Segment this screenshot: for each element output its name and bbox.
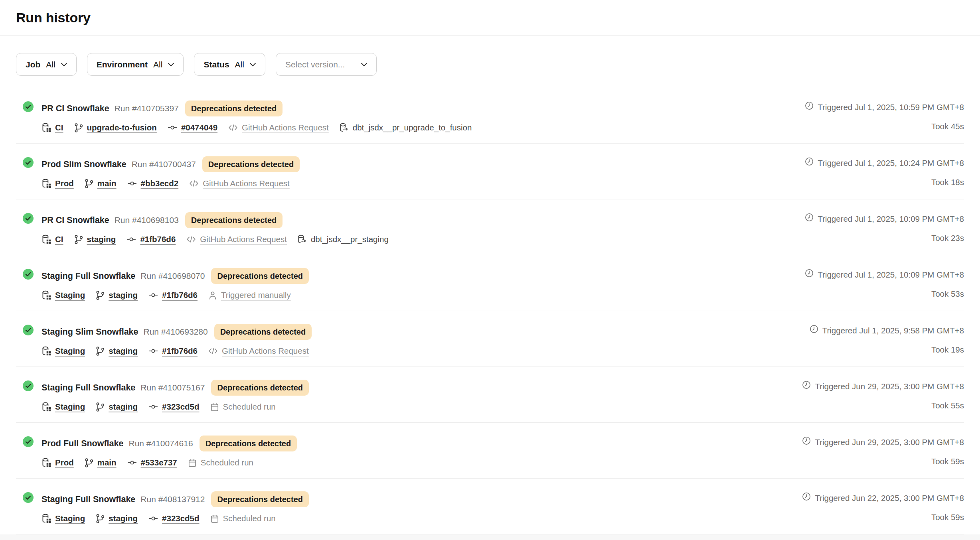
version-select[interactable]: Select version... [276, 53, 377, 76]
triggered-at-text: Triggered Jun 29, 2025, 3:00 PM GMT+8 [815, 437, 964, 448]
clock-icon [802, 380, 811, 392]
trigger-item: GitHub Actions Request [228, 123, 329, 132]
environment-link[interactable]: Staging [55, 346, 85, 356]
run-title-line: Staging Full Snowflake Run #410698070 De… [41, 268, 309, 284]
run-row[interactable]: Prod Slim Snowflake Run #410700437 Depre… [16, 144, 964, 199]
schema-database-icon [339, 122, 349, 133]
run-row[interactable]: PR CI Snowflake Run #410698103 Deprecati… [16, 199, 964, 255]
commit-link[interactable]: #bb3ecd2 [141, 179, 179, 188]
run-name[interactable]: Prod Full Snowflake [41, 438, 123, 449]
run-name[interactable]: Staging Full Snowflake [41, 493, 135, 505]
success-check-icon [23, 380, 34, 391]
branch-link[interactable]: staging [109, 402, 138, 412]
triggered-at-text: Triggered Jul 1, 2025, 9:58 PM GMT+8 [822, 325, 964, 336]
deprecations-badge: Deprecations detected [200, 436, 297, 451]
run-number: Run #410698070 [140, 270, 205, 282]
branch-link[interactable]: upgrade-to-fusion [87, 123, 157, 132]
status-filter-button[interactable]: Status All [194, 53, 265, 76]
commit-link[interactable]: #323cd5d [162, 402, 199, 412]
run-name[interactable]: Staging Slim Snowflake [41, 326, 138, 338]
run-row[interactable]: Staging Full Snowflake Run #410698070 De… [16, 255, 964, 311]
branch-link[interactable]: main [97, 458, 117, 467]
trigger-label[interactable]: GitHub Actions Request [203, 179, 290, 188]
environment-link[interactable]: Prod [55, 458, 74, 467]
git-commit-icon [127, 179, 137, 188]
took-duration: Took 59s [931, 512, 964, 522]
took-duration: Took 45s [931, 122, 964, 131]
commit-link[interactable]: #323cd5d [162, 514, 199, 523]
triggered-at: Triggered Jun 29, 2025, 3:00 PM GMT+8 [802, 436, 964, 448]
trigger-label[interactable]: GitHub Actions Request [200, 235, 287, 244]
branch-link[interactable]: staging [109, 290, 138, 300]
environment-icon [41, 290, 51, 300]
git-commit-icon [127, 458, 137, 467]
run-meta-line: Staging staging [41, 513, 309, 524]
triggered-at: Triggered Jul 1, 2025, 9:58 PM GMT+8 [809, 324, 964, 337]
run-number: Run #410698103 [115, 214, 179, 226]
environment-link[interactable]: Staging [55, 290, 85, 300]
run-row[interactable]: Staging Full Snowflake Run #410075167 De… [16, 367, 964, 423]
header-divider [0, 35, 980, 35]
environment-item: Staging [41, 402, 85, 412]
trigger-item: Scheduled run [210, 402, 276, 412]
code-icon [186, 235, 196, 244]
git-branch-icon [95, 346, 105, 356]
person-icon [208, 290, 217, 300]
run-row[interactable]: Staging Slim Snowflake Run #410693280 De… [16, 311, 964, 367]
trigger-label[interactable]: Triggered manually [221, 290, 291, 300]
git-commit-icon [148, 290, 158, 300]
run-name[interactable]: PR CI Snowflake [41, 214, 109, 226]
trigger-item: GitHub Actions Request [208, 346, 309, 356]
took-duration: Took 53s [931, 289, 964, 299]
run-meta-line: Staging staging [41, 402, 309, 412]
run-name[interactable]: Prod Slim Snowflake [41, 158, 126, 170]
triggered-at: Triggered Jul 1, 2025, 10:24 PM GMT+8 [804, 157, 964, 169]
trigger-item: Scheduled run [210, 514, 276, 524]
commit-link[interactable]: #533e737 [141, 458, 177, 467]
trigger-label[interactable]: GitHub Actions Request [242, 123, 329, 132]
environment-link[interactable]: CI [55, 123, 63, 132]
commit-link[interactable]: #1fb76d6 [140, 235, 176, 244]
branch-item: staging [95, 346, 138, 356]
triggered-at: Triggered Jul 1, 2025, 10:09 PM GMT+8 [804, 268, 964, 281]
chevron-down-icon [168, 63, 174, 67]
branch-link[interactable]: staging [87, 235, 116, 244]
environment-link[interactable]: Staging [55, 402, 85, 412]
triggered-at: Triggered Jul 1, 2025, 10:09 PM GMT+8 [804, 213, 964, 225]
run-title-line: Staging Full Snowflake Run #410075167 De… [41, 380, 309, 396]
run-row[interactable]: Prod Full Snowflake Run #410074616 Depre… [16, 423, 964, 479]
environment-filter-button[interactable]: Environment All [87, 53, 184, 76]
run-name[interactable]: Staging Full Snowflake [41, 270, 135, 282]
run-row-left: Staging Full Snowflake Run #410075167 De… [23, 380, 309, 422]
environment-link[interactable]: CI [55, 235, 63, 244]
run-row-left: Prod Slim Snowflake Run #410700437 Depre… [23, 156, 300, 199]
commit-item: #bb3ecd2 [127, 179, 179, 188]
job-filter-button[interactable]: Job All [16, 53, 77, 76]
commit-link[interactable]: #1fb76d6 [162, 346, 198, 356]
environment-icon [41, 178, 51, 189]
schema-label: dbt_jsdx__pr_upgrade_to_fusion [353, 123, 472, 132]
branch-link[interactable]: staging [109, 514, 138, 523]
clock-icon [809, 324, 819, 337]
took-duration: Took 18s [931, 177, 964, 187]
branch-link[interactable]: staging [109, 346, 138, 356]
status-filter-value: All [235, 60, 244, 69]
environment-filter-value: All [153, 60, 162, 69]
run-row[interactable]: PR CI Snowflake Run #410705397 Deprecati… [16, 88, 964, 144]
status-filter-label: Status [204, 60, 229, 69]
commit-link[interactable]: #0474049 [181, 123, 217, 132]
deprecations-badge: Deprecations detected [211, 491, 309, 507]
run-name[interactable]: PR CI Snowflake [41, 102, 109, 114]
commit-link[interactable]: #1fb76d6 [162, 290, 198, 300]
run-meta-line: Staging staging [41, 346, 312, 356]
environment-item: Staging [41, 290, 85, 300]
run-row-main: PR CI Snowflake Run #410705397 Deprecati… [41, 101, 472, 143]
environment-link[interactable]: Staging [55, 514, 85, 523]
environment-link[interactable]: Prod [55, 179, 74, 188]
run-row[interactable]: Staging Full Snowflake Run #408137912 De… [16, 479, 964, 534]
run-name[interactable]: Staging Full Snowflake [41, 382, 135, 394]
job-filter-label: Job [26, 60, 40, 69]
run-title-line: PR CI Snowflake Run #410698103 Deprecati… [41, 212, 389, 228]
branch-link[interactable]: main [97, 179, 117, 188]
trigger-label[interactable]: GitHub Actions Request [222, 346, 309, 356]
